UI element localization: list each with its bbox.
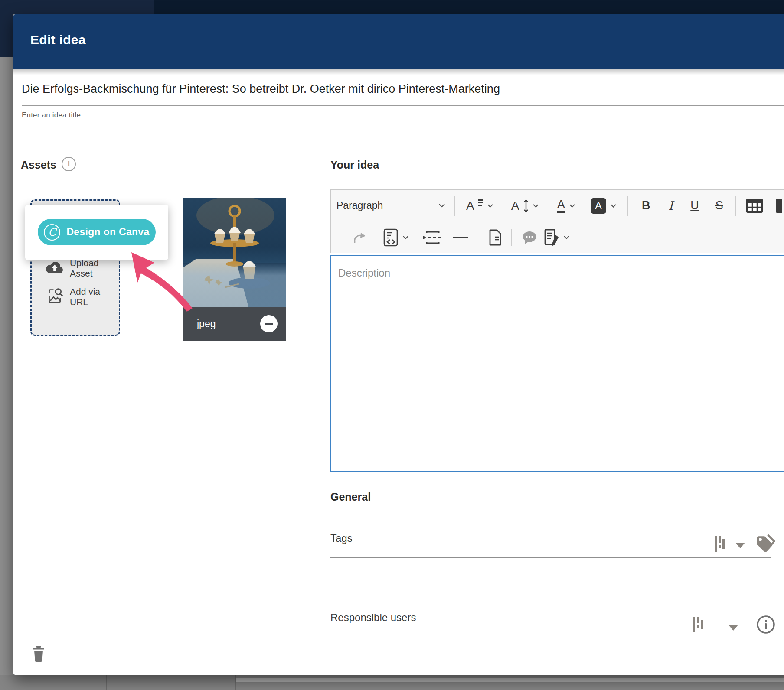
document-icon xyxy=(489,229,502,246)
add-via-url-label: Add via URL xyxy=(70,286,119,307)
underline-button[interactable]: U xyxy=(690,199,699,212)
table-icon xyxy=(746,199,763,213)
canva-highlight-card: C Design on Canva xyxy=(25,205,168,260)
dropdown-arrow-icon[interactable] xyxy=(728,625,738,631)
editor-toolbar: Paragraph A A A xyxy=(330,189,784,253)
assets-heading: Assets xyxy=(21,159,56,171)
font-family-lines-icon xyxy=(478,199,483,206)
code-block-icon xyxy=(383,228,399,247)
highlight-color-button[interactable]: A xyxy=(591,198,616,214)
design-on-canva-button[interactable]: C Design on Canva xyxy=(38,219,156,245)
page-break-icon xyxy=(422,230,441,245)
delete-idea-button[interactable] xyxy=(33,646,45,664)
redo-button[interactable] xyxy=(353,232,366,243)
bold-button[interactable]: B xyxy=(642,199,650,212)
horizontal-rule-button[interactable] xyxy=(453,237,468,238)
responsible-users-controls xyxy=(693,615,775,634)
highlight-color-icon: A xyxy=(591,198,606,214)
chevron-down-icon xyxy=(533,204,539,208)
chevron-down-icon xyxy=(569,204,575,208)
track-changes-button[interactable] xyxy=(544,229,559,246)
chevron-down-icon xyxy=(611,204,616,208)
title-field-helper: Enter an idea title xyxy=(22,111,81,120)
paragraph-style-select[interactable]: Paragraph xyxy=(336,200,445,212)
info-glyph: i xyxy=(68,159,70,169)
upload-asset-button[interactable]: Upload Asset xyxy=(46,258,119,279)
italic-button[interactable]: I xyxy=(669,199,673,212)
page-background-top-left xyxy=(0,0,154,14)
comment-button[interactable] xyxy=(522,231,537,244)
remove-asset-button[interactable] xyxy=(260,315,278,332)
idea-title-input[interactable] xyxy=(22,82,585,96)
font-size-icon: A xyxy=(511,200,519,212)
title-field-underline xyxy=(22,105,784,106)
chevron-down-icon[interactable] xyxy=(403,236,408,239)
canva-initial: C xyxy=(48,226,56,238)
font-size-arrows-icon xyxy=(523,199,529,212)
text-color-button[interactable]: A xyxy=(557,199,575,213)
tags-field-underline xyxy=(330,557,771,558)
background-seam xyxy=(106,675,107,690)
font-family-button[interactable]: A xyxy=(466,200,493,212)
chevron-down-icon xyxy=(487,204,493,208)
tags-field-controls xyxy=(715,534,776,553)
chevron-down-icon[interactable] xyxy=(564,236,569,239)
paragraph-style-value: Paragraph xyxy=(336,200,383,212)
toolbar-row-2 xyxy=(331,221,784,253)
page-background-left xyxy=(0,14,13,57)
trash-icon xyxy=(33,646,45,662)
font-family-icon: A xyxy=(466,200,474,212)
document-edit-icon xyxy=(544,229,559,246)
asset-footer-bar: jpeg xyxy=(183,307,286,341)
minus-icon xyxy=(265,323,273,325)
background-segment xyxy=(236,678,784,682)
description-placeholder: Description xyxy=(338,267,390,279)
text-color-icon: A xyxy=(557,199,565,213)
header-shadow xyxy=(13,69,784,75)
add-via-url-button[interactable]: Add via URL xyxy=(47,286,119,307)
cloud-upload-icon xyxy=(46,261,64,276)
info-circle-icon[interactable] xyxy=(756,615,775,634)
column-divider xyxy=(316,140,316,635)
responsible-users-label: Responsible users xyxy=(330,612,416,624)
redo-icon xyxy=(353,232,366,243)
font-size-button[interactable]: A xyxy=(511,199,539,212)
dialog-title: Edit idea xyxy=(30,33,86,47)
image-url-icon xyxy=(47,288,64,306)
design-on-canva-label: Design on Canva xyxy=(66,226,149,238)
description-editor[interactable]: Description xyxy=(330,255,784,472)
toolbar-row-1: Paragraph A A A xyxy=(331,190,784,221)
canva-logo-icon: C xyxy=(44,224,60,241)
asset-type-label: jpeg xyxy=(197,318,216,330)
tags-icon[interactable] xyxy=(755,534,776,553)
asset-image xyxy=(183,198,286,307)
chevron-down-icon xyxy=(439,204,445,208)
asset-thumbnail[interactable]: jpeg xyxy=(183,198,286,341)
tag-hierarchy-icon[interactable] xyxy=(715,535,725,553)
comment-bubble-icon xyxy=(522,231,537,244)
toolbar-divider xyxy=(735,196,736,216)
tags-label: Tags xyxy=(330,532,353,544)
assets-info-icon[interactable]: i xyxy=(62,157,76,171)
your-idea-heading: Your idea xyxy=(330,159,379,171)
edit-idea-dialog: Edit idea Enter an idea title Assets i U… xyxy=(13,14,784,675)
dialog-header: Edit idea xyxy=(13,14,784,69)
toolbar-divider xyxy=(511,229,512,246)
page-background-bottom xyxy=(0,675,784,690)
toolbar-divider xyxy=(454,196,455,216)
page-break-button[interactable] xyxy=(422,230,441,245)
upload-asset-label: Upload Asset xyxy=(70,258,119,279)
toolbar-divider xyxy=(478,229,478,246)
code-block-button[interactable] xyxy=(383,228,399,247)
table-button[interactable] xyxy=(746,199,763,213)
insert-document-button[interactable] xyxy=(489,229,502,246)
toolbar-divider xyxy=(627,196,628,216)
dropdown-arrow-icon[interactable] xyxy=(735,543,745,548)
clipped-toolbar-button[interactable] xyxy=(776,199,782,213)
user-hierarchy-icon[interactable] xyxy=(693,616,703,633)
general-heading: General xyxy=(330,491,371,503)
strikethrough-button[interactable]: S xyxy=(715,199,723,212)
